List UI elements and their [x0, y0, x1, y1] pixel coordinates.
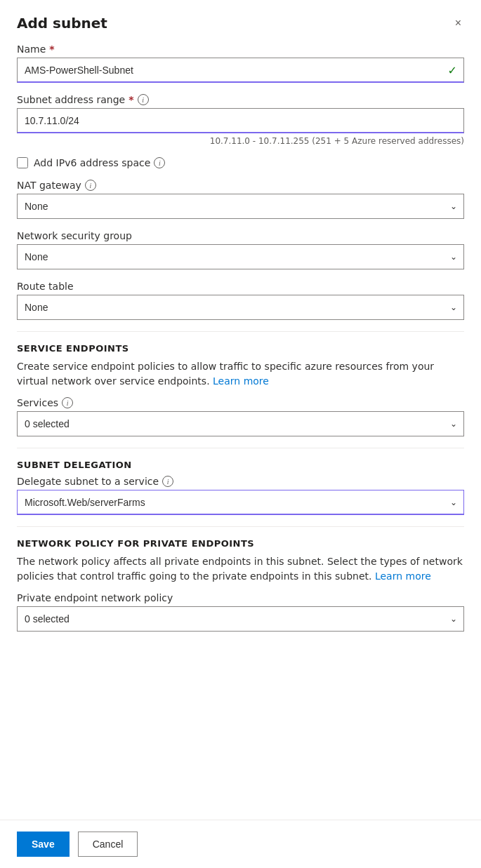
nat-gateway-label: NAT gateway i [17, 180, 464, 191]
add-subnet-panel: Add subnet × Name * ✓ Subnet address ran… [0, 0, 481, 868]
services-label: Services i [17, 397, 464, 408]
services-select[interactable]: 0 selected [17, 411, 464, 436]
ipv6-checkbox[interactable] [17, 157, 28, 168]
route-table-select[interactable]: None [17, 295, 464, 320]
panel-header: Add subnet × [0, 0, 481, 44]
name-input[interactable] [17, 58, 464, 83]
name-group: Name * ✓ [17, 44, 464, 83]
private-endpoint-label: Private endpoint network policy [17, 592, 464, 603]
service-endpoints-learn-more[interactable]: Learn more [213, 375, 269, 387]
nat-gateway-info-icon[interactable]: i [85, 180, 96, 191]
ipv6-label: Add IPv6 address space [34, 157, 150, 168]
name-required: * [49, 44, 54, 55]
route-table-select-wrapper: None ⌄ [17, 295, 464, 320]
service-endpoints-heading: SERVICE ENDPOINTS [17, 343, 464, 354]
subnet-hint: 10.7.11.0 - 10.7.11.255 (251 + 5 Azure r… [17, 136, 464, 146]
divider-2 [17, 448, 464, 448]
panel-body: Name * ✓ Subnet address range * i 10.7.1… [0, 44, 481, 820]
subnet-delegation-heading: SUBNET DELEGATION [17, 460, 464, 470]
services-group: Services i 0 selected ⌄ [17, 397, 464, 436]
route-table-label: Route table [17, 281, 464, 292]
delegate-subnet-label: Delegate subnet to a service i [17, 476, 464, 487]
nat-gateway-select-wrapper: None ⌄ [17, 194, 464, 219]
subnet-address-required: * [129, 94, 133, 105]
private-endpoint-group: Private endpoint network policy 0 select… [17, 592, 464, 632]
delegate-subnet-select[interactable]: Microsoft.Web/serverFarms [17, 490, 464, 515]
ipv6-info-icon[interactable]: i [154, 157, 165, 168]
network-policy-learn-more[interactable]: Learn more [375, 570, 431, 582]
name-label: Name * [17, 44, 464, 55]
nsg-label: Network security group [17, 230, 464, 241]
bottom-spacer [17, 643, 464, 699]
nsg-select[interactable]: None [17, 244, 464, 269]
save-button[interactable]: Save [17, 832, 70, 857]
close-button[interactable]: × [452, 14, 464, 32]
check-icon: ✓ [448, 64, 457, 77]
services-select-wrapper: 0 selected ⌄ [17, 411, 464, 436]
service-endpoints-desc: Create service endpoint policies to allo… [17, 359, 464, 389]
private-endpoint-select[interactable]: 0 selected [17, 606, 464, 632]
delegate-subnet-info-icon[interactable]: i [162, 476, 173, 487]
divider-1 [17, 331, 464, 332]
subnet-address-input[interactable] [17, 108, 464, 133]
delegate-subnet-group: Delegate subnet to a service i Microsoft… [17, 476, 464, 515]
nat-gateway-select[interactable]: None [17, 194, 464, 219]
panel-title: Add subnet [17, 15, 107, 32]
nat-gateway-group: NAT gateway i None ⌄ [17, 180, 464, 219]
network-policy-heading: NETWORK POLICY FOR PRIVATE ENDPOINTS [17, 538, 464, 549]
ipv6-row: Add IPv6 address space i [17, 157, 464, 168]
nsg-select-wrapper: None ⌄ [17, 244, 464, 269]
private-endpoint-select-wrapper: 0 selected ⌄ [17, 606, 464, 632]
route-table-group: Route table None ⌄ [17, 281, 464, 320]
network-policy-desc: The network policy affects all private e… [17, 554, 464, 584]
delegate-subnet-select-wrapper: Microsoft.Web/serverFarms ⌄ [17, 490, 464, 515]
panel-footer: Save Cancel [0, 820, 481, 868]
services-info-icon[interactable]: i [62, 397, 73, 408]
nsg-group: Network security group None ⌄ [17, 230, 464, 269]
divider-3 [17, 526, 464, 527]
cancel-button[interactable]: Cancel [78, 832, 138, 857]
subnet-address-group: Subnet address range * i 10.7.11.0 - 10.… [17, 94, 464, 146]
subnet-address-label: Subnet address range * i [17, 94, 464, 105]
name-input-wrapper: ✓ [17, 58, 464, 83]
subnet-address-info-icon[interactable]: i [138, 94, 149, 105]
